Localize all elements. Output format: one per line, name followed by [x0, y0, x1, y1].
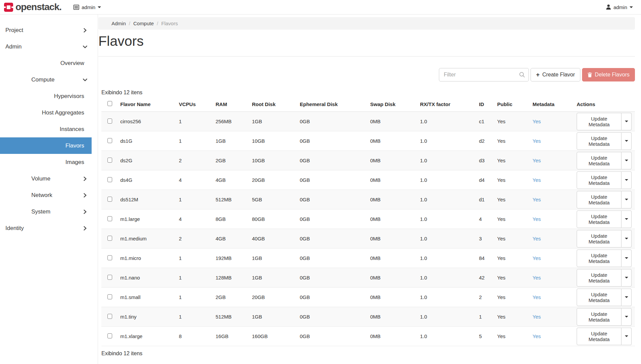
metadata-yes-link[interactable]: Yes — [533, 294, 541, 300]
metadata-yes-link[interactable]: Yes — [533, 275, 541, 280]
update-metadata-button[interactable]: Update Metadata — [577, 269, 621, 287]
row-checkbox[interactable] — [107, 275, 112, 280]
row-checkbox[interactable] — [107, 255, 112, 260]
row-checkbox[interactable] — [107, 314, 112, 319]
table-row: ds2G 2 2GB 10GB 0GB 0MB 1.0 d3 Yes Yes U… — [101, 151, 635, 170]
cell-rxtx-factor: 1.0 — [420, 268, 479, 288]
cell-swap-disk: 0MB — [370, 268, 420, 288]
sidebar-item-compute[interactable]: Compute — [0, 71, 98, 88]
update-metadata-button[interactable]: Update Metadata — [577, 210, 621, 228]
delete-flavors-label: Delete Flavors — [595, 72, 630, 78]
row-checkbox[interactable] — [107, 294, 112, 299]
update-metadata-button[interactable]: Update Metadata — [577, 152, 621, 169]
cell-ram: 4GB — [216, 229, 252, 249]
sidebar-item-instances[interactable]: Instances — [0, 121, 98, 137]
cell-public: Yes — [497, 288, 533, 307]
metadata-yes-link[interactable]: Yes — [533, 119, 541, 124]
cell-flavor-name: ds2G — [120, 151, 179, 170]
row-actions-dropdown-toggle[interactable] — [621, 113, 632, 130]
cell-id: d4 — [479, 170, 497, 190]
row-checkbox[interactable] — [107, 119, 112, 124]
row-checkbox[interactable] — [107, 158, 112, 163]
sidebar-item-label: Instances — [60, 126, 84, 133]
row-checkbox[interactable] — [107, 216, 112, 221]
cell-root-disk: 5GB — [252, 190, 300, 209]
sidebar-item-identity[interactable]: Identity — [0, 220, 98, 236]
row-actions-dropdown-toggle[interactable] — [621, 269, 632, 287]
create-flavor-button[interactable]: + Create Flavor — [531, 68, 580, 81]
chevron-down-icon — [83, 77, 88, 82]
row-checkbox[interactable] — [107, 197, 112, 202]
sidebar-item-admin[interactable]: Admin — [0, 38, 98, 55]
cell-ephemeral-disk: 0GB — [300, 249, 370, 268]
row-actions-dropdown-toggle[interactable] — [621, 171, 632, 189]
update-metadata-button[interactable]: Update Metadata — [577, 191, 621, 208]
filter-input[interactable] — [439, 68, 529, 81]
row-actions-dropdown-toggle[interactable] — [621, 328, 632, 345]
row-actions-dropdown-toggle[interactable] — [621, 132, 632, 150]
metadata-yes-link[interactable]: Yes — [533, 314, 541, 320]
update-metadata-button[interactable]: Update Metadata — [577, 171, 621, 189]
row-actions-dropdown-toggle[interactable] — [621, 289, 632, 306]
user-menu[interactable]: admin — [606, 4, 633, 10]
metadata-yes-link[interactable]: Yes — [533, 177, 541, 183]
project-list-icon — [73, 5, 79, 10]
metadata-yes-link[interactable]: Yes — [533, 236, 541, 241]
sidebar-item-images[interactable]: Images — [0, 154, 98, 170]
update-metadata-button[interactable]: Update Metadata — [577, 308, 621, 326]
cell-flavor-name: ds512M — [120, 190, 179, 209]
table-row: ds512M 1 512MB 5GB 0GB 0MB 1.0 d1 Yes Ye… — [101, 190, 635, 209]
openstack-brand[interactable]: openstack. — [4, 2, 61, 12]
update-metadata-button[interactable]: Update Metadata — [577, 113, 621, 130]
cell-root-disk: 20GB — [252, 170, 300, 190]
metadata-yes-link[interactable]: Yes — [533, 255, 541, 261]
update-metadata-button[interactable]: Update Metadata — [577, 250, 621, 267]
sidebar-item-network[interactable]: Network — [0, 187, 98, 203]
select-all-checkbox[interactable] — [107, 101, 112, 106]
breadcrumb-compute[interactable]: Compute — [133, 21, 154, 26]
row-checkbox[interactable] — [107, 138, 112, 143]
breadcrumb-current: Flavors — [161, 21, 178, 26]
row-actions-dropdown-toggle[interactable] — [621, 230, 632, 247]
sidebar-item-flavors[interactable]: Flavors — [0, 137, 92, 154]
sidebar-item-overview[interactable]: Overview — [0, 55, 98, 71]
search-icon — [519, 72, 525, 79]
metadata-yes-link[interactable]: Yes — [533, 138, 541, 144]
update-metadata-button[interactable]: Update Metadata — [577, 289, 621, 306]
update-metadata-button[interactable]: Update Metadata — [577, 132, 621, 150]
metadata-yes-link[interactable]: Yes — [533, 158, 541, 163]
cell-ephemeral-disk: 0GB — [300, 112, 370, 131]
chevron-down-icon — [625, 296, 628, 298]
metadata-yes-link[interactable]: Yes — [533, 333, 541, 339]
row-actions-dropdown-toggle[interactable] — [621, 191, 632, 208]
sidebar-item-system[interactable]: System — [0, 203, 98, 220]
cell-root-disk: 1GB — [252, 249, 300, 268]
row-actions: Update Metadata — [577, 132, 632, 150]
sidebar-item-host-aggregates[interactable]: Host Aggregates — [0, 104, 98, 121]
row-actions-dropdown-toggle[interactable] — [621, 308, 632, 326]
project-context-switcher[interactable]: admin — [73, 4, 101, 10]
cell-vcpus: 1 — [179, 112, 216, 131]
sidebar-item-hypervisors[interactable]: Hypervisors — [0, 88, 98, 104]
cell-ram: 192MB — [216, 249, 252, 268]
cell-id: 42 — [479, 268, 497, 288]
metadata-yes-link[interactable]: Yes — [533, 197, 541, 202]
chevron-down-icon — [625, 257, 628, 259]
table-header-row: Flavor Name VCPUs RAM Root Disk Ephemera… — [101, 97, 635, 112]
items-count-bottom: Exibindo 12 itens — [101, 351, 635, 357]
row-checkbox[interactable] — [107, 236, 112, 241]
update-metadata-button[interactable]: Update Metadata — [577, 328, 621, 345]
breadcrumb-admin[interactable]: Admin — [111, 21, 126, 26]
column-header-vcpus: VCPUs — [179, 97, 216, 112]
update-metadata-button[interactable]: Update Metadata — [577, 230, 621, 247]
delete-flavors-button[interactable]: Delete Flavors — [582, 68, 635, 81]
sidebar-item-label: Identity — [5, 225, 24, 232]
row-checkbox[interactable] — [107, 333, 112, 338]
sidebar-item-volume[interactable]: Volume — [0, 170, 98, 187]
sidebar-item-project[interactable]: Project — [0, 22, 98, 38]
row-actions-dropdown-toggle[interactable] — [621, 210, 632, 228]
row-actions-dropdown-toggle[interactable] — [621, 152, 632, 169]
row-actions-dropdown-toggle[interactable] — [621, 250, 632, 267]
row-checkbox[interactable] — [107, 177, 112, 182]
metadata-yes-link[interactable]: Yes — [533, 216, 541, 222]
